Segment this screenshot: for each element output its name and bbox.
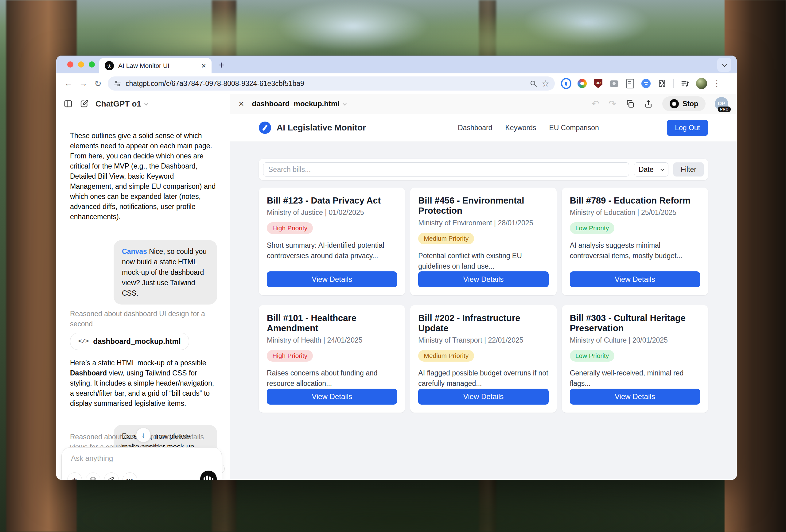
color-wheel-extension-icon[interactable]	[577, 78, 587, 89]
view-details-button[interactable]: View Details	[267, 271, 397, 287]
share-icon[interactable]	[644, 99, 653, 108]
browser-menu-icon[interactable]: ⋮	[713, 78, 721, 88]
bill-card: Bill #101 - Healthcare Amendment Ministr…	[259, 305, 405, 413]
address-bar[interactable]: chatgpt.com/c/67a37847-0978-8008-9324-61…	[108, 76, 555, 91]
filter-button[interactable]: Filter	[673, 162, 704, 177]
canvas-link[interactable]: Canvas	[122, 248, 147, 255]
bill-title: Bill #456 - Environmental Protection	[418, 195, 548, 216]
screenshot-extension-icon[interactable]	[609, 78, 619, 89]
sidebar-toggle-icon[interactable]	[64, 99, 73, 108]
composer-more-button[interactable]: •••	[122, 472, 137, 480]
chat-input[interactable]	[70, 454, 201, 463]
app-logo-icon	[259, 121, 271, 134]
view-details-button[interactable]: View Details	[267, 389, 397, 404]
priority-badge: Low Priority	[570, 350, 615, 362]
bill-title: Bill #101 - Healthcare Amendment	[267, 313, 397, 334]
new-chat-icon[interactable]	[79, 99, 89, 108]
copy-icon[interactable]	[625, 99, 634, 108]
priority-badge: High Priority	[267, 222, 313, 234]
app-title: AI Legislative Monitor	[277, 123, 366, 133]
date-filter-select[interactable]: Date	[634, 162, 668, 177]
dashboard-bold: Dashboard	[70, 369, 107, 377]
browser-window: * AI Law Monitor UI × + ← → ↻ chatgpt.co…	[56, 55, 737, 480]
nav-dashboard[interactable]: Dashboard	[458, 124, 492, 132]
extensions-puzzle-icon[interactable]	[657, 78, 667, 89]
bill-card: Bill #456 - Environmental Protection Min…	[410, 188, 556, 295]
view-details-button[interactable]: View Details	[570, 271, 700, 287]
document-extension-icon[interactable]	[625, 78, 635, 89]
file-chip-label: dashboard_mockup.html	[93, 337, 181, 346]
redo-icon[interactable]: ↷	[608, 99, 616, 108]
new-tab-button[interactable]: +	[218, 59, 225, 71]
reasoning-summary[interactable]: Reasoned about dashboard UI design for a…	[70, 309, 217, 329]
close-window-button[interactable]	[67, 62, 73, 68]
priority-badge: High Priority	[267, 350, 313, 362]
canvas-actions: ↶ ↷ Stop	[592, 96, 728, 111]
bill-summary: Generally well-received, minimal red fla…	[570, 368, 700, 389]
view-details-button[interactable]: View Details	[418, 389, 548, 404]
foliage-dark	[62, 479, 737, 532]
adblock-extension-icon[interactable]: UO	[593, 78, 603, 89]
zoom-page-icon[interactable]	[529, 79, 537, 88]
stop-icon	[670, 99, 679, 108]
bill-card: Bill #303 - Cultural Heritage Preservati…	[562, 305, 708, 413]
back-icon[interactable]: ←	[62, 77, 75, 90]
browser-tab[interactable]: * AI Law Monitor UI ×	[99, 58, 211, 73]
tab-search-button[interactable]	[717, 58, 731, 72]
browser-toolbar: ← → ↻ chatgpt.com/c/67a37847-0978-8008-9…	[56, 73, 737, 94]
priority-badge: Low Priority	[570, 222, 615, 234]
priority-badge: Medium Priority	[418, 350, 474, 362]
undo-icon[interactable]: ↶	[592, 99, 599, 108]
code-icon: </>	[78, 338, 89, 345]
composer-buttons: + •••	[67, 472, 137, 480]
sky-patch	[276, 0, 430, 52]
bill-card: Bill #789 - Education Reform Ministry of…	[562, 188, 708, 295]
blue-extension-icon[interactable]	[641, 78, 651, 89]
model-selector[interactable]: ChatGPT o1	[95, 99, 148, 109]
nav-keywords[interactable]: Keywords	[505, 124, 536, 132]
chat-composer[interactable]: + •••	[62, 447, 222, 480]
chevron-down-icon	[144, 101, 148, 105]
mockup-preview: AI Legislative Monitor Dashboard Keyword…	[230, 114, 737, 480]
bill-meta: Ministry of Health | 24/01/2025	[267, 336, 397, 344]
account-avatar[interactable]: OP PRO	[715, 97, 728, 111]
forward-icon[interactable]: →	[76, 77, 90, 90]
bill-summary: Potential conflict with existing EU guid…	[418, 251, 548, 271]
stop-button[interactable]: Stop	[662, 96, 706, 111]
assistant-message: These outlines give a solid sense of whi…	[70, 131, 217, 222]
canvas-close-icon[interactable]: ×	[238, 99, 244, 108]
sky-patch-2	[522, 0, 651, 46]
url-text[interactable]: chatgpt.com/c/67a37847-0978-8008-9324-61…	[125, 79, 525, 88]
extension-icons: UO ⋮	[561, 78, 721, 89]
browser-profile-avatar[interactable]	[696, 78, 707, 89]
search-filter-bar: Date Filter	[259, 159, 708, 180]
assistant-message-2: Here’s a static HTML mock-up of a possib…	[70, 358, 217, 409]
bill-summary: AI flagged possible budget overruns if n…	[418, 368, 548, 389]
reload-icon[interactable]: ↻	[91, 77, 105, 90]
media-playlist-icon[interactable]	[680, 78, 691, 89]
web-search-globe-icon[interactable]	[86, 472, 100, 480]
priority-badge: Medium Priority	[418, 233, 474, 245]
bill-card: Bill #123 - Data Privacy Act Ministry of…	[259, 188, 405, 295]
site-info-icon[interactable]	[113, 79, 121, 88]
view-details-button[interactable]: View Details	[418, 271, 548, 287]
view-details-button[interactable]: View Details	[570, 389, 700, 404]
password-manager-extension-icon[interactable]	[561, 78, 571, 89]
search-input[interactable]	[263, 162, 629, 177]
bill-title: Bill #123 - Data Privacy Act	[267, 195, 397, 206]
bookmark-star-icon[interactable]: ☆	[541, 78, 549, 89]
canvas-file-chip[interactable]: </> dashboard_mockup.html	[70, 333, 189, 350]
canvas-filename[interactable]: dashboard_mockup.html	[252, 99, 346, 108]
scroll-to-bottom-button[interactable]: ↓	[136, 427, 151, 442]
nav-eu-comparison[interactable]: EU Comparison	[549, 124, 599, 132]
voice-mode-button[interactable]	[200, 470, 217, 480]
bill-title: Bill #789 - Education Reform	[570, 195, 700, 206]
window-controls	[67, 62, 95, 68]
deep-research-telescope-icon[interactable]	[104, 472, 119, 480]
bill-meta: Ministry of Education | 25/01/2025	[570, 208, 700, 217]
attach-plus-button[interactable]: +	[67, 472, 82, 480]
zoom-window-button[interactable]	[89, 62, 95, 68]
logout-button[interactable]: Log Out	[667, 120, 708, 136]
tab-close-icon[interactable]: ×	[202, 62, 206, 70]
minimize-window-button[interactable]	[78, 62, 84, 68]
